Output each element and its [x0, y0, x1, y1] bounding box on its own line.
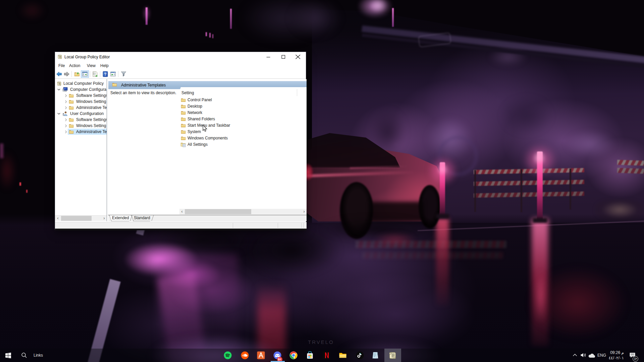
svg-text:?: ?: [104, 72, 106, 77]
